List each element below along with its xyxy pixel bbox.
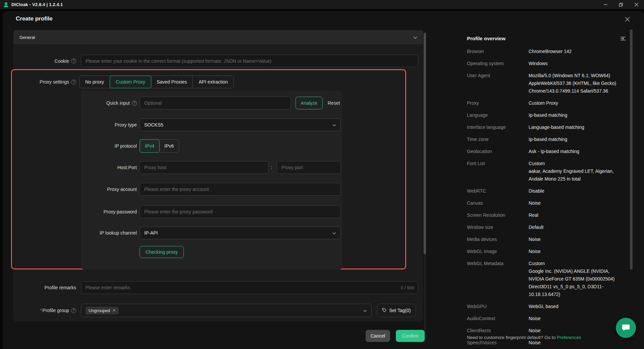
tab-api-extraction[interactable]: API extraction	[193, 76, 233, 88]
proxy-type-value: SOCKS5	[144, 122, 163, 128]
overview-row-label: Time zone	[467, 136, 529, 143]
required-asterisk: *	[40, 308, 42, 313]
tab-no-proxy[interactable]: No proxy	[79, 76, 110, 88]
overview-row-value: Noise	[529, 236, 625, 243]
overview-row-value: Windows	[529, 60, 625, 67]
overview-footer: Need to customize fingerprint default? G…	[467, 335, 628, 340]
proxy-host-input[interactable]	[140, 161, 269, 174]
overview-row-value: Custom aakar, Academy Engraved LET, Alge…	[529, 160, 625, 183]
overview-row: ProxyCustom Proxy	[467, 99, 625, 107]
overview-row: Interface languageLanguage-based matchin…	[467, 123, 625, 131]
set-tag-button[interactable]: Set Tag(0)	[377, 304, 416, 317]
custom-proxy-panel	[81, 91, 342, 269]
close-window-button[interactable]	[629, 0, 644, 9]
proxy-password-input[interactable]	[140, 205, 341, 218]
overview-row: GeolocationAsk - Ip-based matching	[467, 148, 625, 155]
ipv4-option[interactable]: IPv4	[140, 139, 160, 153]
general-section-header[interactable]: General	[13, 30, 423, 44]
overview-row: AudioContextNoise	[467, 315, 625, 322]
overview-row-label: Browser	[467, 48, 529, 55]
ip-lookup-channel-select[interactable]: IP-API	[140, 227, 341, 239]
ipv6-option[interactable]: IPv6	[159, 140, 179, 152]
window-controls	[598, 0, 644, 9]
proxy-account-input[interactable]	[140, 183, 341, 196]
overview-row-value: Real	[529, 211, 625, 219]
cancel-button[interactable]: Cancel	[366, 330, 390, 342]
overview-row-value: Custom Google Inc. (NVIDIA) ANGLE (NVIDI…	[529, 260, 625, 298]
proxy-password-label: Proxy password	[83, 205, 137, 218]
overview-row-label: WebRTC	[467, 187, 529, 195]
quick-input-label: Quick input ?	[83, 97, 137, 109]
dicloak-logo-icon	[3, 2, 9, 7]
quick-input[interactable]	[140, 97, 291, 109]
overview-row: CanvasNoise	[467, 199, 625, 207]
overview-row: WebGL MetadataCustom Google Inc. (NVIDIA…	[467, 260, 625, 298]
overview-row: LanguageIp-based matching	[467, 111, 625, 119]
window-titlebar: DICloak - V2.8.4 | 1.2.4.1	[0, 0, 644, 9]
cookie-help-icon[interactable]: ?	[71, 58, 76, 63]
overview-row-value: Ask - Ip-based matching	[529, 148, 625, 155]
restore-button[interactable]	[613, 0, 629, 9]
proxy-account-label: Proxy account	[83, 183, 137, 196]
overview-row: User AgentMozilla/5.0 (Windows NT 6.1; W…	[467, 72, 625, 95]
overview-row-label: Screen Resolution	[467, 211, 529, 219]
dialog-scrollbar-thumb[interactable]	[424, 33, 426, 254]
chevron-down-icon	[332, 230, 336, 236]
overview-row: SpeechVoicesNoise	[467, 339, 625, 347]
minimize-button[interactable]	[598, 0, 613, 9]
overview-row: Font ListCustom aakar, Academy Engraved …	[467, 160, 625, 183]
overview-row-value: Noise	[529, 339, 625, 347]
profile-remarks-input[interactable]	[81, 281, 418, 294]
proxy-type-select[interactable]: SOCKS5	[140, 118, 341, 131]
overview-row: Screen ResolutionReal	[467, 211, 625, 219]
overview-row-label: WebGPU	[467, 303, 529, 310]
overview-row-value: WebGL based	[529, 303, 625, 310]
overview-row-value: Noise	[529, 315, 625, 322]
close-dialog-icon[interactable]	[622, 14, 632, 24]
overview-row-label: SpeechVoices	[467, 339, 529, 347]
tab-custom-proxy[interactable]: Custom Proxy	[110, 76, 151, 88]
checking-proxy-button[interactable]: Checking proxy	[140, 246, 184, 258]
overview-row-label: Operating system	[467, 60, 529, 67]
collapse-panel-icon[interactable]	[619, 35, 627, 42]
ip-lookup-channel-label: IP lookup channel	[83, 227, 137, 239]
overview-row-label: ClientRects	[467, 327, 529, 335]
profile-group-select[interactable]: Ungrouped ✕	[81, 304, 372, 317]
profile-group-help-icon[interactable]: ?	[71, 308, 76, 313]
overview-row-label: Interface language	[467, 123, 529, 131]
proxy-settings-label: Proxy settings ?	[13, 76, 76, 88]
proxy-port-input[interactable]	[277, 161, 341, 174]
analyze-button[interactable]: Analyze	[296, 97, 323, 109]
confirm-button[interactable]: Confirm	[396, 330, 425, 342]
cookie-input[interactable]	[81, 55, 418, 67]
tag-icon	[382, 308, 387, 313]
host-port-label: Host:Port	[83, 161, 137, 174]
overview-row-label: Language	[467, 111, 529, 119]
proxy-type-label: Proxy type	[83, 118, 137, 131]
overview-row: WebGPUWebGL based	[467, 303, 625, 310]
overview-row-label: Proxy	[467, 99, 529, 107]
tab-saved-proxies[interactable]: Saved Proxies	[151, 76, 193, 88]
dialog-title: Create profile	[16, 15, 53, 22]
proxy-settings-help-icon[interactable]: ?	[71, 80, 76, 85]
overview-row-value: Ip-based matching	[529, 136, 625, 143]
overview-row: ClientRectsNoise	[467, 327, 625, 335]
profile-group-label: *Profile group ?	[13, 304, 76, 317]
ip-protocol-segmented: IPv4 IPv6	[140, 139, 179, 153]
remove-tag-icon[interactable]: ✕	[112, 308, 116, 313]
overview-row: Window sizeDefault	[467, 223, 625, 231]
preferences-link[interactable]: Preferences	[557, 335, 581, 340]
quick-input-help-icon[interactable]: ?	[132, 101, 137, 106]
overview-row-value: Noise	[529, 199, 625, 207]
overview-row-value: Default	[529, 223, 625, 231]
chevron-down-icon	[413, 35, 417, 40]
ip-protocol-label: IP protocol	[83, 139, 137, 153]
profile-remarks-label: Profile remarks	[13, 281, 76, 294]
cookie-label: Cookie ?	[13, 55, 76, 67]
reset-button[interactable]: Reset	[328, 97, 340, 109]
profile-overview-list: BrowserChromeBrowser 142Operating system…	[467, 48, 625, 349]
overview-row-label: Font List	[467, 160, 529, 183]
overview-row: BrowserChromeBrowser 142	[467, 48, 625, 55]
support-chat-button[interactable]	[616, 318, 636, 338]
overview-scrollbar-thumb[interactable]	[630, 30, 633, 269]
